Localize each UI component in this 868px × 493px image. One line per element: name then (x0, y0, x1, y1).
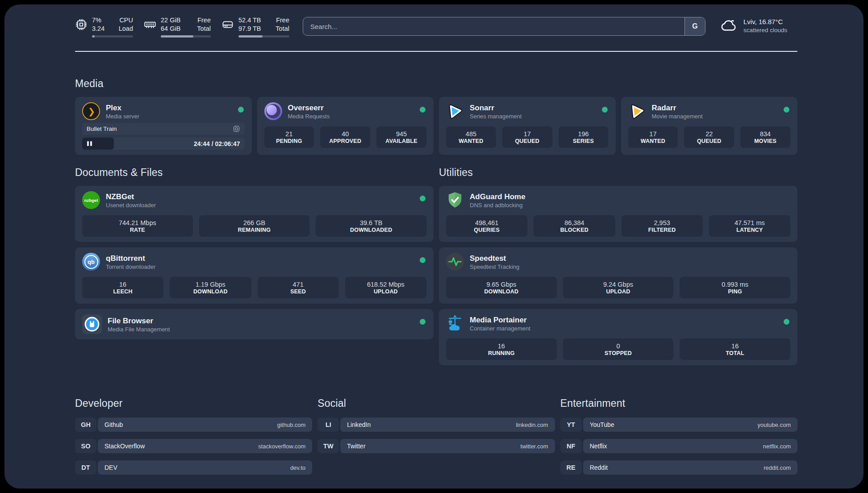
memory-labels: Free Total (197, 16, 211, 33)
card-subtitle: DNS and adblocking (470, 202, 526, 209)
playback-progress-bar: 24:44 / 02:06:47 (82, 138, 245, 150)
bookmark-twitter[interactable]: TW Twitter twitter.com (317, 439, 555, 453)
nzbget-icon: nzbget (82, 191, 100, 209)
card-title: Media Portainer (470, 315, 530, 325)
stat-rate: 744.21 Mbps RATE (82, 215, 193, 237)
section-title-entertainment: Entertainment (560, 397, 797, 409)
card-radarr[interactable]: Radarr Movie management 17 WANTED 22 QUE… (621, 97, 798, 155)
top-bar: 7% 3.24 CPU Load (75, 16, 797, 38)
card-subtitle: Container management (470, 325, 530, 332)
bookmarks-developer: Developer GH Github github.com SO StackO… (75, 371, 312, 482)
documents-column: Documents & Files nzbget NZBGet Usenet d… (75, 155, 434, 345)
card-title: AdGuard Home (470, 192, 526, 201)
card-title: Overseerr (288, 103, 330, 113)
card-subtitle: Media Requests (288, 113, 330, 120)
disk-values: 52.4 TB 97.9 TB (238, 16, 261, 33)
bookmark-youtube[interactable]: YT YouTube youtube.com (560, 418, 797, 432)
bookmark-linkedin[interactable]: LI LinkedIn linkedin.com (317, 418, 555, 432)
radarr-icon (628, 102, 646, 120)
section-title-developer: Developer (75, 397, 312, 409)
playback-time: 24:44 / 02:06:47 (194, 140, 240, 147)
memory-progress-bar (161, 35, 211, 38)
card-title: Radarr (652, 103, 703, 113)
stat-queries: 498,461 QUERIES (446, 215, 527, 237)
stat-latency: 47.571 ms LATENCY (709, 215, 790, 237)
card-overseerr[interactable]: Overseerr Media Requests 21 PENDING 40 A… (257, 97, 434, 155)
bookmark-dev[interactable]: DT DEV dev.to (75, 460, 312, 475)
stat-download: 1.19 Gbps DOWNLOAD (170, 277, 251, 298)
memory-stat: 22 GiB 64 GiB Free Total (144, 16, 211, 38)
status-dot (602, 107, 608, 113)
weather-condition: scattered clouds (743, 27, 787, 33)
bookmarks-entertainment: Entertainment YT YouTube youtube.com NF … (560, 371, 797, 482)
now-playing-title: Bullet Train (87, 125, 117, 132)
disk-labels: Free Total (275, 16, 289, 33)
memory-values: 22 GiB 64 GiB (161, 16, 180, 33)
stat-remaining: 266 GB REMAINING (199, 215, 310, 237)
bookmarks-social: Social LI LinkedIn linkedin.com TW Twitt… (317, 371, 555, 460)
cpu-progress-bar (92, 35, 133, 38)
bookmark-github[interactable]: GH Github github.com (75, 418, 312, 432)
status-dot (238, 107, 244, 113)
now-playing-row: Bullet Train (82, 123, 245, 135)
stat-approved: 40 APPROVED (320, 126, 370, 148)
weather-widget: Lviv, 16.87°C scattered clouds (721, 17, 797, 34)
search-input[interactable] (303, 17, 684, 35)
section-title-documents: Documents & Files (75, 167, 434, 179)
cpu-stat: 7% 3.24 CPU Load (75, 16, 133, 38)
stat-movies: 834 MOVIES (740, 126, 790, 148)
cloud-icon (721, 17, 738, 34)
disk-stat: 52.4 TB 97.9 TB Free Total (221, 16, 289, 38)
section-title-social: Social (317, 397, 555, 409)
stat-pending: 21 PENDING (264, 126, 314, 148)
speedtest-icon (446, 253, 464, 271)
card-subtitle: Torrent downloader (106, 263, 155, 270)
bookmark-netflix[interactable]: NF Netflix netflix.com (560, 439, 797, 453)
stat-queued: 22 QUEUED (684, 126, 734, 148)
weather-location-temp: Lviv, 16.87°C (743, 17, 787, 26)
stat-queued: 17 QUEUED (502, 126, 552, 148)
system-stats: 7% 3.24 CPU Load (75, 16, 289, 38)
stat-available: 945 AVAILABLE (376, 126, 426, 148)
card-filebrowser[interactable]: File Browser Media File Management (75, 309, 434, 339)
stat-leech: 16 LEECH (82, 277, 163, 298)
filebrowser-icon (82, 314, 102, 334)
card-subtitle: Usenet downloader (106, 202, 156, 209)
bookmark-stackoverflow[interactable]: SO StackOverflow stackoverflow.com (75, 439, 312, 453)
overseerr-icon (264, 102, 282, 120)
stat-blocked: 86,384 BLOCKED (534, 215, 615, 237)
bookmark-reddit[interactable]: RE Reddit reddit.com (560, 460, 797, 475)
search-engine-button[interactable]: G (684, 17, 705, 35)
card-subtitle: Speedtest Tracking (470, 263, 519, 270)
portainer-icon (446, 314, 464, 332)
card-subtitle: Movie management (652, 113, 703, 120)
camera-icon[interactable] (233, 125, 240, 133)
stat-downloaded: 39.6 TB DOWNLOADED (316, 215, 426, 237)
card-subtitle: Series management (470, 113, 522, 120)
cpu-values: 7% 3.24 (92, 16, 104, 33)
stat-stopped: 0 STOPPED (563, 338, 674, 360)
header-divider (75, 51, 797, 52)
search-bar: G (303, 17, 705, 36)
card-sonarr[interactable]: Sonarr Series management 485 WANTED 17 Q… (439, 97, 616, 155)
card-title: Speedtest (470, 254, 519, 263)
stat-running: 16 RUNNING (446, 338, 557, 360)
card-speedtest[interactable]: Speedtest Speedtest Tracking 9.65 Gbps D… (439, 247, 797, 304)
pause-icon[interactable] (87, 141, 92, 146)
card-title: Plex (106, 103, 139, 113)
section-title-utilities: Utilities (439, 167, 797, 179)
stat-ping: 0.993 ms PING (680, 277, 790, 298)
card-adguard[interactable]: AdGuard Home DNS and adblocking 498,461 … (439, 186, 797, 242)
disk-progress-bar (238, 35, 289, 38)
stat-upload: 618.52 Mbps UPLOAD (345, 277, 426, 298)
card-plex[interactable]: ❯ Plex Media server Bullet Train 24:44 /… (75, 97, 252, 155)
card-qbittorrent[interactable]: qb qBittorrent Torrent downloader 16 LEE… (75, 247, 434, 304)
card-subtitle: Media File Management (108, 326, 170, 333)
cpu-icon (75, 18, 88, 31)
stat-seed: 471 SEED (258, 277, 339, 298)
qbittorrent-icon: qb (82, 253, 100, 271)
cpu-labels: CPU Load (119, 16, 133, 33)
card-nzbget[interactable]: nzbget NZBGet Usenet downloader 744.21 M… (75, 186, 434, 242)
stat-upload: 9.24 Gbps UPLOAD (563, 277, 674, 298)
card-portainer[interactable]: Media Portainer Container management 16 … (439, 309, 797, 365)
